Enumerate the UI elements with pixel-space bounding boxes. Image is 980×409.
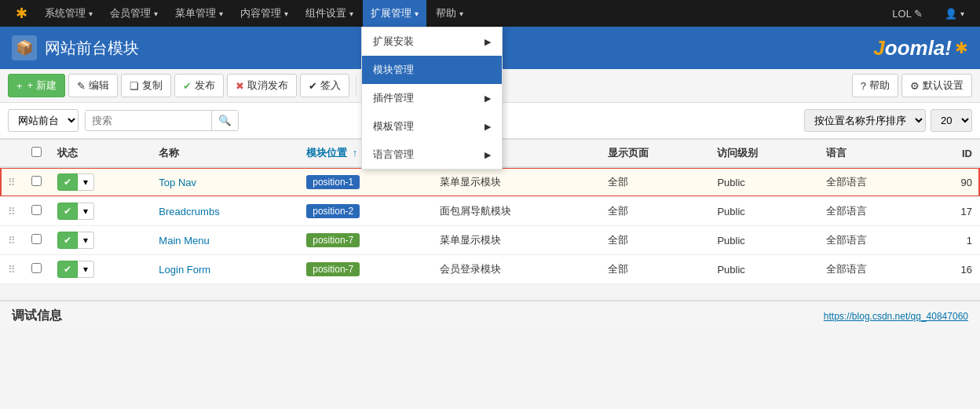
th-drag [0, 140, 24, 168]
status-dropdown-button[interactable]: ▾ [78, 261, 94, 278]
module-name-link[interactable]: Main Menu [159, 235, 209, 246]
name-cell: Login Form [151, 255, 298, 284]
chevron-down-icon: ▾ [284, 9, 288, 18]
id-cell: 16 [927, 255, 980, 284]
table-row: ⠿ ✔ ▾ Login Form position-7 会员登录模块 全部 Pu… [0, 255, 980, 284]
nav-system[interactable]: 系统管理 ▾ [37, 0, 101, 27]
drag-handle-icon[interactable]: ⠿ [8, 235, 16, 246]
name-cell: Breadcrumbs [151, 197, 298, 226]
nav-components[interactable]: 组件设置 ▾ [298, 0, 361, 27]
filter-bar: 网站前台 🔍 按位置名称升序排序 20 [0, 103, 980, 139]
position-badge: position-7 [306, 233, 360, 247]
unpublish-button[interactable]: ✖ 取消发布 [227, 74, 297, 97]
nav-content[interactable]: 内容管理 ▾ [232, 0, 296, 27]
toolbar-separator [356, 75, 357, 97]
status-dropdown-button[interactable]: ▾ [78, 232, 94, 249]
search-icon: 🔍 [218, 115, 232, 126]
joomla-brand: Joomla! [873, 36, 952, 60]
checkin-button[interactable]: ✔ 签入 [300, 74, 349, 97]
status-enabled-button[interactable]: ✔ [57, 261, 78, 278]
row-checkbox[interactable] [31, 176, 42, 186]
nav-extensions[interactable]: 扩展管理 ▾ [363, 0, 426, 27]
row-checkbox[interactable] [31, 234, 42, 244]
status-btn-group: ✔ ▾ [57, 173, 143, 191]
th-position[interactable]: 模块位置 ↑ [298, 140, 432, 168]
status-enabled-button[interactable]: ✔ [57, 232, 78, 249]
row-checkbox-cell[interactable] [24, 167, 49, 197]
select-all-checkbox[interactable] [31, 147, 42, 157]
row-checkbox-cell[interactable] [24, 255, 49, 284]
nav-members[interactable]: 会员管理 ▾ [102, 0, 166, 27]
table-row: ⠿ ✔ ▾ Top Nav position-1 菜单显示模块 全部 Publi… [0, 167, 980, 197]
drag-handle-cell: ⠿ [0, 197, 24, 226]
th-status: 状态 [49, 140, 151, 168]
chevron-down-icon: ▾ [960, 9, 964, 18]
search-button[interactable]: 🔍 [211, 111, 238, 130]
name-cell: Main Menu [151, 226, 298, 255]
row-checkbox[interactable] [31, 263, 42, 273]
table-row: ⠿ ✔ ▾ Main Menu position-7 菜单显示模块 全部 Pub… [0, 226, 980, 255]
th-checkbox[interactable] [24, 140, 49, 168]
type-cell: 面包屑导航模块 [432, 197, 600, 226]
drag-handle-cell: ⠿ [0, 167, 24, 197]
sort-select[interactable]: 按位置名称升序排序 [804, 109, 926, 132]
position-badge: position-1 [306, 175, 360, 189]
search-input[interactable] [86, 111, 211, 130]
module-name-link[interactable]: Breadcrumbs [159, 206, 219, 217]
cancel-icon: ✖ [236, 80, 244, 92]
default-settings-button[interactable]: ⚙ 默认设置 [901, 74, 972, 97]
site-filter-select[interactable]: 网站前台 [8, 109, 79, 132]
lang-cell: 全部语言 [818, 226, 927, 255]
id-cell: 17 [927, 197, 980, 226]
status-cell: ✔ ▾ [49, 255, 151, 284]
status-enabled-button[interactable]: ✔ [57, 203, 78, 220]
row-checkbox[interactable] [31, 205, 42, 215]
th-lang: 语言 [818, 140, 927, 168]
access-cell: Public [709, 255, 818, 284]
status-cell: ✔ ▾ [49, 167, 151, 197]
module-icon: 📦 [12, 35, 37, 60]
status-cell: ✔ ▾ [49, 197, 151, 226]
module-name-link[interactable]: Login Form [159, 264, 210, 276]
debug-link[interactable]: https://blog.csdn.net/qq_40847060 [824, 311, 968, 322]
table-row: ⠿ ✔ ▾ Breadcrumbs position-2 面包屑导航模块 全部 … [0, 197, 980, 226]
nav-user[interactable]: 👤 ▾ [937, 0, 972, 27]
position-badge: position-2 [306, 204, 360, 218]
trash-button[interactable]: 🗑 放入回收站 [363, 74, 444, 97]
row-checkbox-cell[interactable] [24, 226, 49, 255]
nav-joomla-logo[interactable]: ✱ [8, 0, 35, 27]
nav-lol[interactable]: LOL ✎ [884, 0, 931, 27]
gear-icon: ⚙ [910, 80, 920, 92]
status-enabled-button[interactable]: ✔ [57, 173, 78, 191]
status-dropdown-button[interactable]: ▾ [78, 203, 94, 220]
module-name-link[interactable]: Top Nav [159, 177, 196, 188]
page-size-select[interactable]: 20 [931, 109, 972, 132]
edit-icon: ✎ [77, 80, 86, 92]
edit-button[interactable]: ✎ 编辑 [68, 74, 118, 97]
sort-arrow-icon: ↑ [353, 147, 358, 159]
filter-right: 按位置名称升序排序 20 [804, 109, 972, 132]
drag-handle-icon[interactable]: ⠿ [8, 206, 16, 217]
type-cell: 菜单显示模块 [432, 226, 600, 255]
th-pages: 显示页面 [600, 140, 709, 168]
nav-help[interactable]: 帮助 ▾ [428, 0, 471, 27]
lang-cell: 全部语言 [818, 255, 927, 284]
publish-button[interactable]: ✔ 发布 [174, 74, 224, 97]
debug-title: 调试信息 [12, 308, 62, 324]
pages-cell: 全部 [600, 255, 709, 284]
status-btn-group: ✔ ▾ [57, 203, 143, 220]
new-button[interactable]: + + 新建 [8, 74, 65, 97]
drag-handle-icon[interactable]: ⠿ [8, 264, 16, 276]
joomla-icon: ✱ [16, 5, 27, 22]
copy-button[interactable]: ❏ 复制 [121, 74, 171, 97]
nav-menu[interactable]: 菜单管理 ▾ [167, 0, 231, 27]
status-dropdown-button[interactable]: ▾ [78, 173, 94, 191]
position-badge: position-7 [306, 262, 360, 276]
drag-handle-icon[interactable]: ⠿ [8, 177, 16, 188]
row-checkbox-cell[interactable] [24, 197, 49, 226]
debug-footer: 调试信息 https://blog.csdn.net/qq_40847060 [0, 300, 980, 330]
chevron-down-icon: ▾ [154, 9, 158, 18]
help-button[interactable]: ? 帮助 [852, 74, 898, 97]
position-cell: position-7 [298, 226, 432, 255]
page-header-left: 📦 网站前台模块 [12, 35, 139, 60]
